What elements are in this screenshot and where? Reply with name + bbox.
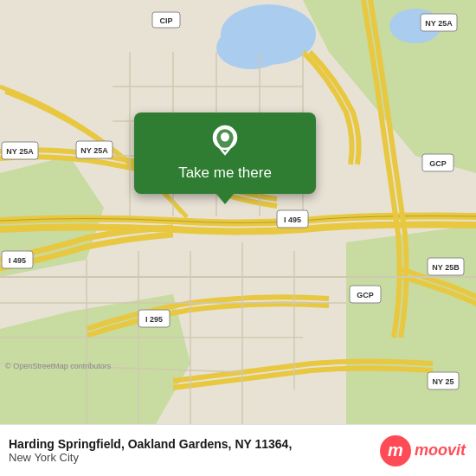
location-city: New York City: [9, 451, 292, 464]
location-pin-icon: [209, 125, 241, 158]
svg-text:CIP: CIP: [159, 16, 172, 25]
moovit-logo: m moovit: [380, 435, 466, 466]
svg-point-7: [216, 26, 286, 69]
svg-point-50: [222, 134, 229, 142]
location-name: Harding Springfield, Oakland Gardens, NY…: [9, 437, 292, 451]
svg-text:GCP: GCP: [429, 159, 447, 168]
svg-text:GCP: GCP: [357, 291, 374, 299]
svg-text:NY 25A: NY 25A: [80, 146, 108, 155]
cta-popup[interactable]: Take me there: [134, 113, 316, 194]
moovit-logo-icon: m: [380, 435, 411, 466]
svg-marker-3: [346, 225, 476, 424]
svg-text:I 495: I 495: [284, 215, 301, 224]
cta-button-label: Take me there: [178, 164, 272, 182]
moovit-logo-text: moovit: [415, 441, 466, 460]
footer: Harding Springfield, Oakland Gardens, NY…: [0, 424, 476, 476]
svg-text:I 495: I 495: [9, 256, 26, 265]
svg-text:NY 25A: NY 25A: [425, 19, 453, 28]
map-background: NY 25A NY 25A NY 25A NY 25B NY 25 I 495 …: [0, 0, 476, 424]
osm-attribution: © OpenStreetMap contributors: [5, 362, 111, 370]
svg-text:I 295: I 295: [145, 315, 163, 324]
svg-text:NY 25A: NY 25A: [6, 147, 34, 156]
footer-location-info: Harding Springfield, Oakland Gardens, NY…: [9, 437, 292, 464]
svg-text:NY 25B: NY 25B: [432, 263, 460, 272]
svg-text:NY 25: NY 25: [433, 377, 454, 386]
map-container: NY 25A NY 25A NY 25A NY 25B NY 25 I 495 …: [0, 0, 476, 424]
